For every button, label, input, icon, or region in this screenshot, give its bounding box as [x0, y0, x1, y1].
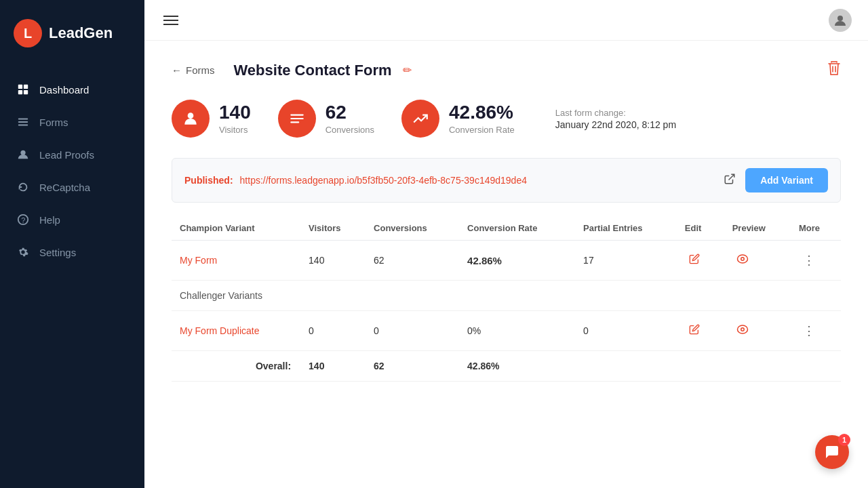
user-icon — [16, 148, 30, 161]
challenger-more-button[interactable]: ⋮ — [799, 321, 819, 341]
sidebar-item-label: ReCaptcha — [39, 182, 90, 193]
overall-label: Overall: — [172, 351, 300, 382]
published-label: Published: — [184, 175, 233, 186]
breadcrumb-row: ← Forms Website Contact Form ✏ — [172, 61, 841, 79]
sidebar-nav: Dashboard Forms Lead Proofs ReCaptcha ? … — [0, 66, 144, 488]
sidebar-item-label: Dashboard — [39, 84, 89, 96]
sidebar-item-forms[interactable]: Forms — [0, 106, 144, 138]
col-header-visitors: Visitors — [300, 216, 366, 241]
stats-row: 140 Visitors 62 Conversions 42.86% — [172, 100, 841, 138]
logo-area[interactable]: L LeadGen — [0, 0, 144, 66]
overall-row: Overall: 140 62 42.86% — [172, 351, 841, 382]
svg-point-11 — [188, 113, 194, 119]
stat-conversions: 62 Conversions — [278, 100, 374, 138]
champion-more-button[interactable]: ⋮ — [799, 250, 819, 270]
col-header-edit: Edit — [677, 216, 724, 241]
svg-point-10 — [837, 16, 843, 21]
svg-rect-5 — [18, 121, 28, 123]
sidebar-item-help[interactable]: ? Help — [0, 203, 144, 236]
external-link-button[interactable] — [721, 170, 738, 191]
stat-conversion-rate: 42.86% Conversion Rate — [401, 100, 515, 138]
challenger-preview-button[interactable] — [732, 321, 753, 340]
hamburger-line — [163, 24, 178, 25]
col-header-variant: Champion Variant — [172, 216, 300, 241]
svg-rect-0 — [18, 85, 22, 89]
delete-button[interactable] — [827, 61, 841, 79]
conversion-rate-label: Conversion Rate — [449, 125, 515, 135]
conversions-label: Conversions — [326, 125, 374, 135]
logo-text: LeadGen — [49, 24, 113, 42]
challenger-edit-button[interactable] — [685, 321, 704, 340]
col-header-conversion-rate: Conversion Rate — [459, 216, 575, 241]
visitors-icon-circle — [172, 100, 210, 138]
back-link[interactable]: ← Forms — [172, 64, 215, 76]
settings-icon — [16, 245, 30, 259]
last-change: Last form change: January 22nd 2020, 8:1… — [555, 108, 676, 130]
chat-bubble[interactable]: 1 — [815, 435, 849, 469]
refresh-icon — [16, 180, 30, 194]
sidebar-item-label: Lead Proofs — [39, 149, 94, 161]
svg-rect-4 — [18, 119, 28, 120]
table-row: My Form Duplicate 0 0 0% 0 — [172, 311, 841, 351]
svg-rect-13 — [290, 118, 304, 119]
sidebar-item-settings[interactable]: Settings — [0, 236, 144, 268]
col-header-partial: Partial Entries — [575, 216, 677, 241]
svg-rect-6 — [18, 125, 28, 126]
sidebar-item-label: Help — [39, 214, 60, 226]
svg-rect-3 — [24, 90, 28, 94]
champion-preview-button[interactable] — [732, 251, 753, 270]
content-area: ← Forms Website Contact Form ✏ 140 Visit… — [144, 41, 868, 488]
champion-conversions: 62 — [366, 241, 459, 281]
visitors-value: 140 — [219, 102, 251, 123]
overall-conversions: 62 — [366, 351, 459, 382]
grid-icon — [16, 83, 30, 96]
stat-visitors: 140 Visitors — [172, 100, 251, 138]
last-change-date: January 22nd 2020, 8:12 pm — [555, 119, 676, 130]
last-change-label: Last form change: — [555, 108, 676, 118]
challenger-conversions: 0 — [366, 311, 459, 351]
hamburger-line — [163, 20, 178, 21]
svg-line-15 — [729, 174, 734, 180]
challenger-name-link[interactable]: My Form Duplicate — [180, 325, 259, 336]
arrow-left-icon: ← — [172, 64, 182, 76]
published-bar: Published: https://forms.leadgenapp.io/b… — [172, 158, 841, 203]
breadcrumb: ← Forms Website Contact Form ✏ — [172, 62, 412, 79]
variant-name-link[interactable]: My Form — [180, 255, 217, 266]
main-area: ← Forms Website Contact Form ✏ 140 Visit… — [144, 0, 868, 488]
hamburger-button[interactable] — [161, 13, 181, 28]
variants-table: Champion Variant Visitors Conversions Co… — [172, 216, 841, 382]
challenger-partial: 0 — [575, 311, 677, 351]
sidebar-item-lead-proofs[interactable]: Lead Proofs — [0, 138, 144, 171]
sidebar-item-recaptcha[interactable]: ReCaptcha — [0, 171, 144, 203]
sidebar: L LeadGen Dashboard Forms Lead Proofs — [0, 0, 144, 488]
edit-title-button[interactable]: ✏ — [403, 64, 412, 77]
conversions-value: 62 — [326, 102, 374, 123]
conversions-icon-circle — [278, 100, 316, 138]
user-avatar[interactable] — [829, 9, 852, 32]
challenger-visitors: 0 — [300, 311, 366, 351]
champion-partial: 17 — [575, 241, 677, 281]
page-title: Website Contact Form — [234, 62, 392, 79]
topbar — [144, 0, 868, 41]
sidebar-item-dashboard[interactable]: Dashboard — [0, 73, 144, 106]
help-icon: ? — [16, 213, 30, 226]
svg-point-7 — [20, 150, 25, 155]
visitors-label: Visitors — [219, 125, 251, 135]
breadcrumb-label: Forms — [186, 64, 215, 76]
svg-point-16 — [737, 255, 747, 263]
logo-icon: L — [14, 19, 42, 47]
svg-rect-14 — [290, 121, 299, 123]
svg-point-17 — [741, 258, 744, 261]
published-url[interactable]: https://forms.leadgenapp.io/b5f3fb50-20f… — [240, 175, 527, 186]
champion-edit-button[interactable] — [685, 251, 704, 270]
svg-rect-12 — [290, 115, 304, 116]
svg-rect-2 — [18, 90, 22, 94]
challenger-section-header: Challenger Variants — [172, 281, 841, 311]
hamburger-line — [163, 16, 178, 17]
col-header-preview: Preview — [724, 216, 791, 241]
svg-point-19 — [741, 328, 744, 331]
conversion-rate-icon-circle — [401, 100, 439, 138]
list-icon — [16, 115, 30, 129]
challenger-conversion-rate: 0% — [459, 311, 575, 351]
add-variant-button[interactable]: Add Variant — [745, 168, 828, 192]
